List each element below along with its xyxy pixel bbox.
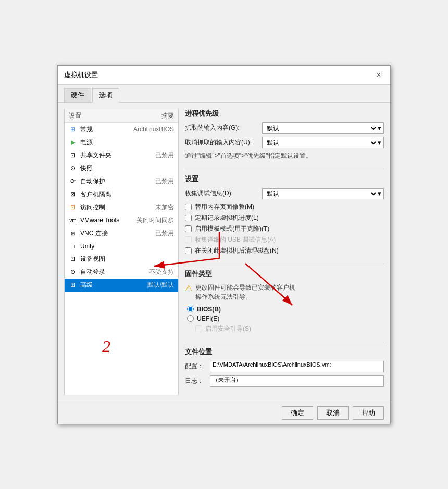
debug-select[interactable]: 默认 [265, 190, 378, 198]
vnc-label: VNC 连接 [80, 229, 152, 238]
cancel-button[interactable]: 取消 [317, 406, 349, 420]
access-label: 访问控制 [80, 203, 152, 212]
release-select[interactable]: 默认 [265, 139, 378, 147]
sidebar-item-vnc[interactable]: ⊞ VNC 连接 已禁用 [65, 227, 178, 240]
sidebar-item-snapshot[interactable]: ⊙ 快照 [65, 162, 178, 175]
config-path: E:\VMDATA\ArchlinuxBIOS\ArchlinuxBIOS.vm… [210, 361, 384, 372]
dialog: 虚拟机设置 × 硬件 选项 设置 摘要 ⊞ 常规 ArchlinuxBIOS ▶… [57, 65, 391, 424]
debug-dropdown-icon: ▾ [378, 190, 381, 197]
sidebar-item-isolation[interactable]: ⊠ 客户机隔离 [65, 188, 178, 201]
firmware-section: 固件类型 ⚠ 更改固件可能会导致已安装的客户机操作系统无法引导。 BIOS(B)… [185, 269, 384, 333]
autosave-summary: 已禁用 [155, 177, 174, 186]
shared-summary: 已禁用 [155, 151, 174, 160]
sidebar-item-shared[interactable]: ⊡ 共享文件夹 已禁用 [65, 149, 178, 162]
log-path: （未开启） [210, 375, 384, 387]
secure-boot-label: 启用安全引导(S) [205, 324, 251, 333]
template-mode-label: 启用模板模式(用于克隆)(T) [195, 224, 269, 233]
file-location-section: 文件位置 配置： E:\VMDATA\ArchlinuxBIOS\Archlin… [185, 347, 384, 387]
sidebar-item-power[interactable]: ▶ 电源 [65, 136, 178, 149]
tab-options[interactable]: 选项 [92, 88, 119, 103]
vnc-summary: 已禁用 [155, 229, 174, 238]
tab-bar: 硬件 选项 [58, 85, 390, 103]
debug-label: 收集调试信息(D): [185, 189, 258, 198]
autologin-label: 自动登录 [80, 268, 146, 277]
vmwaretools-label: VMware Tools [80, 217, 133, 224]
vmwaretools-icon: vm [69, 216, 77, 224]
process-priority-section: 进程优先级 抓取的输入内容(G): 默认 ▾ 取消抓取的输入内容(U): 默认 [185, 109, 384, 160]
autosave-label: 自动保护 [80, 177, 152, 186]
ok-button[interactable]: 确定 [282, 406, 313, 420]
advanced-summary: 默认/默认 [147, 281, 174, 290]
sidebar-item-deviceview[interactable]: ⊡ 设备视图 [65, 253, 178, 266]
template-mode-checkbox[interactable] [185, 225, 192, 232]
log-progress-checkbox[interactable] [185, 215, 192, 221]
firmware-title: 固件类型 [185, 269, 384, 279]
sidebar-item-vmwaretools[interactable]: vm VMware Tools 关闭时间同步 [65, 214, 178, 227]
sidebar-item-advanced[interactable]: ⊞ 高级 默认/默认 [65, 279, 178, 292]
clean-disk-checkbox[interactable] [185, 247, 192, 254]
general-summary: ArchlinuxBIOS [133, 126, 174, 133]
bios-label: BIOS(B) [197, 306, 221, 313]
bios-radio[interactable] [187, 306, 194, 312]
radio-bios[interactable]: BIOS(B) [187, 306, 384, 313]
checkbox-log-progress[interactable]: 定期记录虚拟机进度(L) [185, 214, 384, 222]
isolation-icon: ⊠ [69, 190, 77, 198]
power-icon: ▶ [69, 138, 77, 146]
main-content: 设置 摘要 ⊞ 常规 ArchlinuxBIOS ▶ 电源 ⊡ 共享文件夹 已禁… [58, 103, 390, 402]
tab-hardware[interactable]: 硬件 [64, 88, 91, 102]
checkbox-mem-trim[interactable]: 替用内存页面修整(M) [185, 203, 384, 211]
uefi-label: UEFI(E) [197, 315, 219, 322]
title-bar: 虚拟机设置 × [58, 66, 390, 85]
sidebar-item-access[interactable]: ⊡ 访问控制 未加密 [65, 201, 178, 214]
unity-label: Unity [80, 243, 171, 250]
capture-label: 抓取的输入内容(G): [185, 123, 258, 132]
secure-boot-checkbox [195, 325, 202, 332]
vnc-icon: ⊞ [69, 229, 77, 237]
snapshot-label: 快照 [80, 164, 171, 173]
help-button[interactable]: 帮助 [353, 406, 384, 420]
bottom-bar: 确定 取消 帮助 [58, 402, 390, 424]
debug-row: 收集调试信息(D): 默认 ▾ [185, 188, 384, 199]
sidebar-item-general[interactable]: ⊞ 常规 ArchlinuxBIOS [65, 123, 178, 136]
checkbox-template-mode[interactable]: 启用模板模式(用于克隆)(T) [185, 224, 384, 233]
checkbox-clean-disk[interactable]: 在关闭此虚拟机后清理磁盘(N) [185, 246, 384, 255]
release-select-wrapper[interactable]: 默认 ▾ [262, 137, 384, 148]
release-dropdown-icon: ▾ [378, 139, 381, 146]
usb-debug-checkbox [185, 236, 192, 243]
snapshot-icon: ⊙ [69, 164, 77, 172]
autologin-summary: 不受支持 [149, 268, 174, 277]
priority-hint: 通过"编辑">"首选项">"优先级"指定默认设置。 [185, 152, 384, 160]
config-row: 配置： E:\VMDATA\ArchlinuxBIOS\ArchlinuxBIO… [185, 361, 384, 372]
radio-uefi[interactable]: UEFI(E) [187, 315, 384, 322]
sidebar-item-autosave[interactable]: ⟳ 自动保护 已禁用 [65, 175, 178, 188]
config-label: 配置： [185, 362, 206, 371]
autologin-icon: ⊙ [69, 268, 77, 276]
capture-row: 抓取的输入内容(G): 默认 ▾ [185, 122, 384, 134]
power-label: 电源 [80, 138, 171, 147]
header-summary-label: 摘要 [161, 111, 174, 120]
usb-debug-label: 收集详细的 USB 调试信息(A) [195, 235, 276, 244]
firmware-warning-row: ⚠ 更改固件可能会导致已安装的客户机操作系统无法引导。 [185, 283, 384, 302]
uefi-radio[interactable] [187, 315, 194, 322]
warning-icon: ⚠ [185, 283, 192, 293]
general-label: 常规 [80, 125, 130, 134]
deviceview-icon: ⊡ [69, 255, 77, 263]
dialog-title: 虚拟机设置 [64, 70, 98, 80]
sidebar-item-unity[interactable]: □ Unity [65, 240, 178, 253]
log-progress-label: 定期记录虚拟机进度(L) [195, 214, 259, 222]
clean-disk-label: 在关闭此虚拟机后清理磁盘(N) [195, 246, 279, 255]
capture-select-wrapper[interactable]: 默认 ▾ [262, 122, 384, 134]
mem-trim-checkbox[interactable] [185, 204, 192, 210]
file-location-title: 文件位置 [185, 347, 384, 357]
sidebar-item-autologin[interactable]: ⊙ 自动登录 不受支持 [65, 266, 178, 279]
close-button[interactable]: × [374, 70, 384, 80]
debug-select-wrapper[interactable]: 默认 ▾ [262, 188, 384, 199]
process-priority-title: 进程优先级 [185, 109, 384, 118]
checkbox-secure-boot: 启用安全引导(S) [195, 324, 384, 333]
settings-section: 设置 收集调试信息(D): 默认 ▾ 替用内存页面修整(M) [185, 174, 384, 255]
vmwaretools-summary: 关闭时间同步 [136, 216, 174, 225]
access-summary: 未加密 [155, 203, 174, 212]
checkbox-usb-debug: 收集详细的 USB 调试信息(A) [185, 235, 384, 244]
capture-dropdown-icon: ▾ [378, 124, 381, 132]
capture-select[interactable]: 默认 [265, 124, 378, 132]
